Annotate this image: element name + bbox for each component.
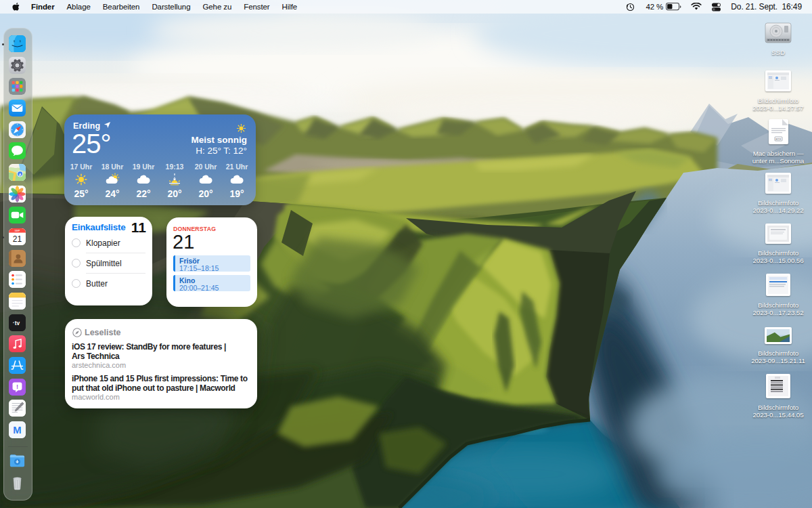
svg-text:tv: tv [15,320,20,326]
svg-text:21: 21 [13,234,22,244]
svg-text:RTF: RTF [775,137,782,141]
svg-text:A: A [18,173,22,177]
svg-text:!: ! [16,383,18,390]
svg-text:M: M [13,425,21,436]
svg-text:SEP: SEP [15,229,20,232]
